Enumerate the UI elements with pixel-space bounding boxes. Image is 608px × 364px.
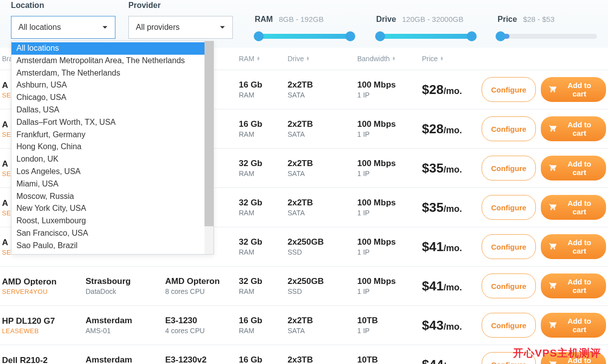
ram-cell: 32 GbRAM (239, 159, 288, 178)
ram-range: RAM 8GB - 192GB (255, 7, 354, 39)
col-drive[interactable]: Drive▲▼ (288, 55, 357, 63)
col-price[interactable]: Price▲▼ (422, 55, 482, 63)
location-option[interactable]: Dallas, USA (11, 104, 204, 116)
drive-cell: 2x2TBSATA (288, 198, 357, 217)
drive-slider[interactable] (376, 34, 476, 39)
ram-range-label: RAM (255, 15, 273, 24)
provider-select[interactable]: All providers (128, 16, 233, 39)
drive-cell: 2x2TBSATA (288, 119, 357, 138)
bandwidth-cell: 100 Mbps1 IP (357, 276, 422, 295)
configure-button[interactable]: Configure (482, 195, 536, 220)
cart-icon (549, 85, 557, 94)
location-option[interactable]: London, UK (11, 153, 204, 166)
location-option[interactable]: Amsterdam, The Netherlands (11, 67, 204, 80)
ram-range-values: 8GB - 192GB (279, 15, 323, 23)
bandwidth-cell: 100 Mbps1 IP (357, 159, 422, 178)
location-cell: AmsterdamAMS-01 (86, 316, 165, 335)
col-bandwidth[interactable]: Bandwidth▲▼ (357, 55, 422, 63)
row-actions: ConfigureAdd to cart (482, 77, 608, 102)
col-ram[interactable]: RAM▲▼ (239, 55, 288, 63)
ram-cell: 16 GbRAM (239, 355, 288, 364)
cart-icon (549, 281, 557, 291)
configure-button[interactable]: Configure (482, 116, 536, 141)
add-to-cart-button[interactable]: Add to cart (541, 77, 606, 102)
caret-down-icon (102, 23, 108, 32)
ram-cell: 32 GbRAM (239, 198, 288, 217)
slider-thumb-left[interactable] (496, 31, 506, 41)
table-row: HP DL120 G7LEASEWEBAmsterdamAMS-01E3-123… (0, 306, 608, 345)
price-range: Price $28 - $53 (498, 7, 597, 39)
add-to-cart-button[interactable]: Add to cart (541, 234, 606, 259)
bandwidth-cell: 100 Mbps1 IP (357, 80, 422, 99)
slider-thumb-right[interactable] (467, 31, 477, 41)
price-cell: $43/mo. (422, 318, 482, 333)
location-option[interactable]: San Francisco, USA (11, 227, 204, 240)
location-option[interactable]: Amsterdam Metropolitan Area, The Netherl… (11, 55, 204, 67)
add-to-cart-button[interactable]: Add to cart (541, 313, 606, 338)
brand-cell: AMD OpteronSERVER4YOU (2, 277, 86, 295)
drive-cell: 2x2TBSATA (288, 159, 357, 178)
ram-cell: 16 GbRAM (239, 80, 288, 99)
configure-button[interactable]: Configure (482, 77, 536, 102)
price-slider[interactable] (498, 34, 597, 39)
configure-button[interactable]: Configure (482, 234, 536, 259)
location-option[interactable]: Dallas–Fort Worth, TX, USA (11, 116, 204, 129)
location-option[interactable]: Los Angeles, USA (11, 166, 204, 178)
location-option[interactable]: New York City, USA (11, 202, 204, 215)
watermark-text: 开心VPS主机测评 (513, 346, 601, 360)
dropdown-scrollbar[interactable] (204, 41, 213, 254)
location-option[interactable]: Hong Kong, China (11, 141, 204, 153)
drive-cell: 2x3TBSATA (288, 355, 357, 364)
server-name: HP DL120 G7 (2, 316, 86, 326)
slider-thumb-left[interactable] (254, 31, 264, 41)
provider-name: SERVER4YOU (2, 288, 86, 295)
drive-cell: 2x250GBSSD (288, 276, 357, 295)
add-to-cart-button[interactable]: Add to cart (541, 195, 606, 220)
location-option[interactable]: Singapore, Singapore (11, 252, 204, 254)
location-select[interactable]: All locations (11, 16, 115, 39)
provider-select-value: All providers (136, 23, 219, 32)
filters-bar: Location All locations Provider All prov… (0, 0, 608, 48)
ram-slider[interactable] (255, 34, 354, 39)
cart-icon (549, 360, 557, 364)
location-option[interactable]: All locations (11, 42, 204, 55)
price-cell: $35/mo. (422, 161, 482, 176)
location-option[interactable]: Roost, Luxembourg (11, 215, 204, 227)
drive-cell: 2x250GBSSD (288, 237, 357, 256)
price-range-label: Price (498, 15, 517, 24)
configure-button[interactable]: Configure (482, 273, 536, 298)
slider-thumb-left[interactable] (375, 31, 385, 41)
location-dropdown[interactable]: All locationsAmsterdam Metropolitan Area… (11, 41, 214, 255)
location-option[interactable]: Chicago, USA (11, 91, 204, 104)
location-option[interactable]: Frankfurt, Germany (11, 129, 204, 141)
provider-name: LEASEWEB (2, 327, 86, 335)
price-cell: $28/mo. (422, 82, 482, 97)
add-to-cart-button[interactable]: Add to cart (541, 273, 606, 298)
table-row: AMD OpteronSERVER4YOUStrasbourgDataDockA… (0, 267, 608, 306)
bandwidth-cell: 100 Mbps1 IP (357, 237, 422, 256)
configure-button[interactable]: Configure (482, 156, 536, 181)
slider-thumb-right[interactable] (345, 31, 355, 41)
location-option[interactable]: Miami, USA (11, 178, 204, 190)
row-actions: ConfigureAdd to cart (482, 116, 608, 141)
price-range-values: $28 - $53 (523, 15, 554, 23)
location-option[interactable]: Sao Paulo, Brazil (11, 240, 204, 252)
brand-cell: HP DL120 G7LEASEWEB (2, 316, 86, 335)
price-cell: $35/mo. (422, 200, 482, 215)
location-option[interactable]: Moscow, Russia (11, 190, 204, 203)
ram-cell: 32 GbRAM (239, 237, 288, 256)
ram-cell: 16 GbRAM (239, 316, 288, 335)
location-select-value: All locations (18, 23, 102, 32)
sort-icon: ▲▼ (306, 57, 310, 61)
configure-button[interactable]: Configure (482, 313, 536, 338)
bandwidth-cell: 10TB1 IP (357, 316, 422, 335)
location-option[interactable]: Ashburn, USA (11, 79, 204, 91)
server-name: AMD Opteron (2, 277, 86, 287)
row-actions: ConfigureAdd to cart (482, 313, 608, 338)
ram-cell: 16 GbRAM (239, 119, 288, 138)
row-actions: ConfigureAdd to cart (482, 195, 608, 220)
add-to-cart-button[interactable]: Add to cart (541, 156, 606, 181)
cart-icon (549, 203, 557, 212)
add-to-cart-button[interactable]: Add to cart (541, 116, 606, 141)
bandwidth-cell: 100 Mbps1 IP (357, 198, 422, 217)
